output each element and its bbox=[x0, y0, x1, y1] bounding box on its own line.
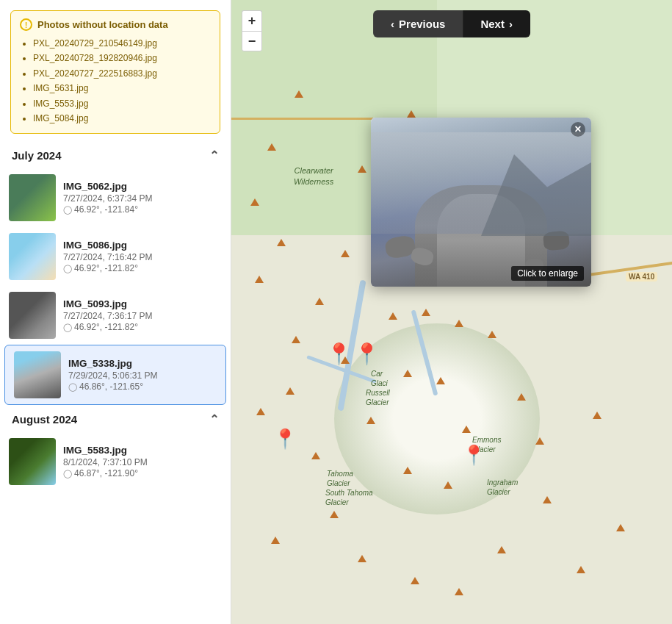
warning-file-item: IMG_5084.jpg bbox=[33, 111, 211, 126]
map-marker-tri bbox=[255, 276, 264, 283]
photo-coords: ◯ 46.92°, -121.82° bbox=[63, 263, 222, 273]
map-marker-tri bbox=[455, 320, 463, 327]
map-marker-tri bbox=[256, 408, 265, 415]
popup-enlarge-text[interactable]: Click to enlarge bbox=[511, 266, 584, 281]
map-marker-tri bbox=[543, 496, 552, 503]
warning-file-item: IMG_5553.jpg bbox=[33, 96, 211, 111]
map-label-carbon: CarGlaci bbox=[371, 369, 388, 388]
photo-thumb bbox=[9, 233, 56, 280]
map-marker-tri bbox=[277, 239, 286, 246]
photo-date: 7/27/2024, 7:36:17 PM bbox=[63, 311, 222, 321]
location-icon: ◯ bbox=[68, 382, 77, 392]
photo-date: 8/1/2024, 7:37:10 PM bbox=[63, 457, 222, 467]
chevron-august[interactable]: ⌃ bbox=[209, 412, 219, 426]
map-marker-tri bbox=[292, 336, 300, 343]
previous-button[interactable]: ‹ Previous bbox=[373, 10, 463, 37]
section-header-august: August 2024 ⌃ bbox=[0, 405, 231, 432]
next-label: Next bbox=[480, 18, 505, 30]
map-pin-3[interactable]: 📍 bbox=[273, 428, 297, 451]
warning-title-text: Photos without location data bbox=[37, 19, 168, 30]
photo-thumb bbox=[9, 438, 56, 485]
photo-date: 7/27/2024, 7:16:42 PM bbox=[63, 252, 222, 262]
warning-title: ! Photos without location data bbox=[20, 18, 211, 31]
map-marker-tri bbox=[422, 309, 430, 316]
photo-coords: ◯ 46.92°, -121.82° bbox=[63, 322, 222, 332]
map-marker-tri bbox=[358, 165, 366, 173]
map-marker-tri bbox=[407, 110, 416, 118]
map-marker-tri bbox=[497, 546, 506, 553]
photo-item[interactable]: IMG_5062.jpg 7/27/2024, 6:37:34 PM ◯ 46.… bbox=[0, 168, 231, 227]
map-marker-tri bbox=[436, 377, 445, 384]
prev-icon: ‹ bbox=[391, 18, 394, 30]
map-marker-tri bbox=[311, 452, 320, 459]
map-label-russell: RussellGlacier bbox=[366, 388, 390, 407]
map-marker-tri bbox=[295, 90, 303, 98]
photo-item[interactable]: IMG_5583.jpg 8/1/2024, 7:37:10 PM ◯ 46.8… bbox=[0, 432, 231, 491]
map-marker-tri bbox=[488, 331, 496, 338]
map-marker-tri bbox=[577, 566, 585, 573]
photo-name: IMG_5583.jpg bbox=[63, 445, 222, 456]
section-header-july: July 2024 ⌃ bbox=[0, 141, 231, 168]
popup-image[interactable]: Click to enlarge bbox=[371, 118, 591, 287]
photo-item[interactable]: IMG_5093.jpg 7/27/2024, 7:36:17 PM ◯ 46.… bbox=[0, 286, 231, 345]
photo-popup[interactable]: Click to enlarge × bbox=[371, 118, 591, 287]
left-panel: ! Photos without location data PXL_20240… bbox=[0, 0, 231, 624]
map-marker-tri bbox=[267, 143, 276, 151]
map-marker-tri bbox=[616, 524, 625, 531]
photo-date: 7/27/2024, 6:37:34 PM bbox=[63, 193, 222, 204]
map-pin-1[interactable]: 📍 bbox=[326, 342, 352, 366]
map-marker-tri bbox=[250, 198, 259, 206]
warning-file-list: PXL_20240729_210546149.jpgPXL_20240728_1… bbox=[20, 36, 211, 126]
map-marker-tri bbox=[455, 588, 463, 595]
map-marker-tri bbox=[389, 312, 397, 320]
photo-thumb bbox=[14, 351, 61, 398]
photo-name: IMG_5086.jpg bbox=[63, 240, 222, 251]
map-marker-tri bbox=[330, 511, 339, 518]
section-title-july: July 2024 bbox=[12, 149, 62, 162]
warning-file-item: PXL_20240727_222516883.jpg bbox=[33, 66, 211, 81]
photo-item-selected[interactable]: IMG_5338.jpg 7/29/2024, 5:06:31 PM ◯ 46.… bbox=[4, 345, 226, 405]
map-controls: + − bbox=[242, 10, 262, 51]
map-marker-tri bbox=[366, 417, 375, 424]
photo-name: IMG_5338.jpg bbox=[68, 358, 217, 369]
chevron-july[interactable]: ⌃ bbox=[209, 148, 219, 162]
map-marker-tri bbox=[403, 467, 412, 474]
warning-file-item: PXL_20240729_210546149.jpg bbox=[33, 36, 211, 51]
location-icon: ◯ bbox=[63, 469, 72, 478]
photo-coords: ◯ 46.92°, -121.84° bbox=[63, 204, 222, 215]
location-icon: ◯ bbox=[63, 205, 72, 215]
map-panel[interactable]: ClearwaterWilderness CarGlaci RussellGla… bbox=[231, 0, 672, 624]
next-button[interactable]: Next › bbox=[463, 10, 530, 37]
warning-file-item: IMG_5631.jpg bbox=[33, 81, 211, 96]
map-label-tahoma: TahomaGlacier bbox=[327, 469, 353, 488]
map-label-south-tahoma: South TahomaGlacier bbox=[325, 488, 373, 507]
map-marker-tri bbox=[341, 250, 350, 257]
next-icon: › bbox=[509, 18, 513, 30]
photo-item[interactable]: IMG_5086.jpg 7/27/2024, 7:16:42 PM ◯ 46.… bbox=[0, 227, 231, 286]
map-pin-2[interactable]: 📍 bbox=[354, 342, 380, 366]
map-label-wa410: WA 410 bbox=[626, 272, 657, 281]
warning-icon: ! bbox=[20, 18, 32, 31]
nav-buttons: ‹ Previous Next › bbox=[373, 10, 530, 37]
map-marker-tri bbox=[517, 393, 526, 401]
warning-file-item: PXL_20240728_192820946.jpg bbox=[33, 51, 211, 65]
photo-coords: ◯ 46.86°, -121.65° bbox=[68, 381, 217, 392]
map-marker-tri bbox=[271, 537, 280, 544]
map-pin-4[interactable]: 📍 bbox=[462, 444, 485, 467]
photo-thumb bbox=[9, 174, 56, 221]
warning-box: ! Photos without location data PXL_20240… bbox=[10, 10, 220, 134]
zoom-in-button[interactable]: + bbox=[242, 10, 262, 31]
map-marker-tri bbox=[403, 370, 412, 377]
photo-name: IMG_5093.jpg bbox=[63, 298, 222, 309]
map-marker-tri bbox=[315, 298, 324, 305]
photo-thumb bbox=[9, 292, 56, 339]
prev-label: Previous bbox=[399, 18, 445, 30]
map-label-ingraham: IngrahamGlacier bbox=[487, 478, 518, 497]
map-marker-tri bbox=[593, 412, 601, 419]
popup-rock bbox=[410, 245, 436, 267]
photo-date: 7/29/2024, 5:06:31 PM bbox=[68, 370, 217, 381]
section-title-august: August 2024 bbox=[12, 413, 77, 426]
map-label-clearwater: ClearwaterWilderness bbox=[294, 165, 333, 188]
zoom-out-button[interactable]: − bbox=[242, 31, 262, 51]
popup-close-button[interactable]: × bbox=[571, 122, 585, 137]
